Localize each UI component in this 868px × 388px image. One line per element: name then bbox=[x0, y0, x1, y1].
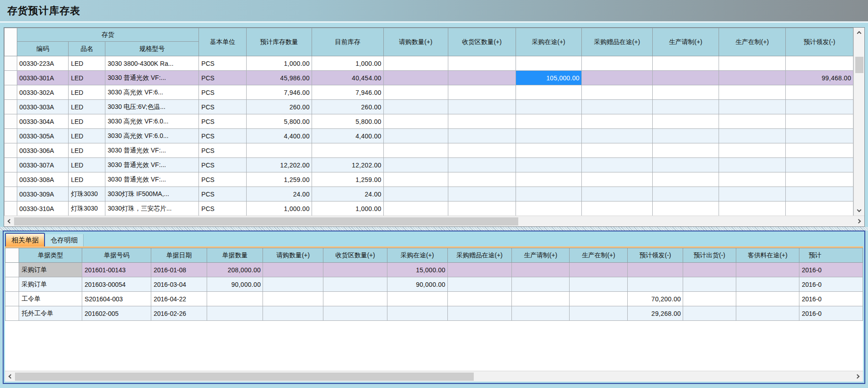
row-indicator[interactable] bbox=[5, 187, 17, 201]
grid-cell[interactable] bbox=[653, 56, 719, 71]
row-indicator[interactable] bbox=[5, 71, 17, 85]
row-indicator[interactable] bbox=[5, 129, 17, 143]
grid-cell[interactable] bbox=[785, 201, 853, 216]
grid-cell[interactable] bbox=[516, 56, 581, 71]
grid-cell[interactable] bbox=[511, 292, 570, 306]
grid-cell[interactable] bbox=[581, 100, 652, 114]
grid-cell[interactable]: LED bbox=[69, 129, 105, 143]
grid-cell[interactable] bbox=[447, 292, 511, 306]
grid-cell[interactable]: 1,000.00 bbox=[246, 56, 312, 71]
grid-cell[interactable]: 15,000.00 bbox=[387, 263, 447, 277]
grid-cell[interactable]: LED bbox=[69, 71, 105, 85]
scroll-down-button[interactable] bbox=[854, 206, 864, 216]
row-indicator[interactable] bbox=[5, 100, 17, 114]
grid-cell[interactable]: 00330-306A bbox=[17, 143, 69, 158]
grid-cell[interactable] bbox=[581, 85, 652, 100]
grid-cell[interactable]: 3030 3800-4300K Ra... bbox=[105, 56, 199, 71]
grid-cell[interactable]: 4,400.00 bbox=[312, 129, 383, 143]
grid-cell[interactable]: 2016-01-08 bbox=[151, 263, 207, 277]
grid-cell[interactable] bbox=[581, 129, 652, 143]
grid-cell[interactable]: 3030灯珠，三安芯片... bbox=[105, 201, 199, 216]
grid-cell[interactable] bbox=[581, 71, 652, 85]
grid-cell[interactable] bbox=[570, 292, 628, 306]
grid-cell[interactable]: 90,000.00 bbox=[207, 277, 263, 292]
grid-cell[interactable]: 2016-04-22 bbox=[151, 292, 207, 306]
grid-cell[interactable] bbox=[246, 143, 312, 158]
row-indicator[interactable] bbox=[5, 277, 19, 292]
grid-cell[interactable] bbox=[785, 114, 853, 129]
grid-cell[interactable]: S201604-003 bbox=[82, 292, 151, 306]
grid-cell[interactable]: 灯珠3030 bbox=[69, 201, 105, 216]
grid-cell[interactable] bbox=[312, 143, 383, 158]
grid-cell[interactable] bbox=[383, 71, 448, 85]
grid-cell[interactable] bbox=[207, 306, 263, 321]
grid-cell[interactable]: 1,259.00 bbox=[312, 172, 383, 187]
grid-cell[interactable] bbox=[581, 56, 652, 71]
grid-cell[interactable] bbox=[736, 263, 799, 277]
row-indicator[interactable] bbox=[5, 263, 19, 277]
vertical-scrollbar[interactable] bbox=[853, 28, 864, 216]
grid-cell[interactable] bbox=[719, 56, 786, 71]
grid-cell[interactable] bbox=[383, 201, 448, 216]
grid-cell[interactable]: 2016-0 bbox=[799, 277, 863, 292]
grid-cell[interactable]: 90,000.00 bbox=[387, 277, 447, 292]
grid-cell[interactable] bbox=[653, 100, 719, 114]
grid-cell[interactable]: 00330-310A bbox=[17, 201, 69, 216]
docs-horizontal-scroll-thumb[interactable] bbox=[15, 373, 474, 381]
grid-cell[interactable]: LED bbox=[69, 100, 105, 114]
inventory-row[interactable]: 00330-305ALED3030 高光效 VF:6.0...PCS4,400.… bbox=[5, 129, 853, 143]
grid-cell[interactable] bbox=[383, 129, 448, 143]
grid-cell[interactable] bbox=[785, 100, 853, 114]
grid-cell[interactable]: 3030 高光效 VF:6... bbox=[105, 85, 199, 100]
row-indicator[interactable] bbox=[5, 114, 17, 129]
grid-cell[interactable] bbox=[653, 85, 719, 100]
grid-cell[interactable] bbox=[570, 277, 628, 292]
grid-cell[interactable] bbox=[511, 277, 570, 292]
grid-cell[interactable]: 3030 普通光效 VF:... bbox=[105, 71, 199, 85]
inventory-row[interactable]: 00330-303ALED3030 电压:6V;色温...PCS260.0026… bbox=[5, 100, 853, 114]
grid-cell[interactable] bbox=[448, 143, 516, 158]
grid-cell[interactable] bbox=[448, 172, 516, 187]
doc-row[interactable]: 采购订单201603-000542016-03-0490,000.0090,00… bbox=[5, 277, 863, 292]
grid-cell[interactable] bbox=[383, 143, 448, 158]
grid-cell[interactable]: 工令单 bbox=[19, 292, 82, 306]
grid-cell[interactable] bbox=[448, 85, 516, 100]
inventory-row[interactable]: 00330-304ALED3030 高光效 VF:6.0...PCS5,800.… bbox=[5, 114, 853, 129]
grid-cell[interactable] bbox=[785, 129, 853, 143]
grid-cell[interactable]: 45,986.00 bbox=[246, 71, 312, 85]
grid-cell[interactable] bbox=[516, 187, 581, 201]
grid-cell[interactable] bbox=[383, 172, 448, 187]
grid-cell[interactable] bbox=[447, 263, 511, 277]
grid-cell[interactable] bbox=[448, 71, 516, 85]
grid-cell[interactable]: 201602-005 bbox=[82, 306, 151, 321]
row-indicator[interactable] bbox=[5, 158, 17, 172]
inventory-row[interactable]: 00330-310A灯珠30303030灯珠，三安芯片...PCS1,000.0… bbox=[5, 201, 853, 216]
grid-cell[interactable] bbox=[516, 158, 581, 172]
grid-cell[interactable] bbox=[719, 158, 786, 172]
grid-cell[interactable] bbox=[207, 292, 263, 306]
grid-cell[interactable]: 00330-309A bbox=[17, 187, 69, 201]
grid-cell[interactable]: 3030灯珠 IF500MA,... bbox=[105, 187, 199, 201]
grid-cell[interactable]: PCS bbox=[199, 85, 246, 100]
grid-cell[interactable]: LED bbox=[69, 114, 105, 129]
grid-cell[interactable] bbox=[570, 306, 628, 321]
grid-cell[interactable]: 7,946.00 bbox=[312, 85, 383, 100]
horizontal-scrollbar[interactable] bbox=[4, 216, 864, 226]
tab-warehouse-detail[interactable]: 仓存明细 bbox=[45, 234, 84, 246]
grid-cell[interactable] bbox=[581, 114, 652, 129]
grid-cell[interactable]: 1,000.00 bbox=[312, 201, 383, 216]
grid-cell[interactable] bbox=[719, 100, 786, 114]
grid-cell[interactable] bbox=[448, 129, 516, 143]
grid-cell[interactable] bbox=[785, 172, 853, 187]
grid-cell[interactable] bbox=[516, 129, 581, 143]
doc-row[interactable]: 工令单S201604-0032016-04-2270,200.002016-0 bbox=[5, 292, 863, 306]
row-indicator[interactable] bbox=[5, 85, 17, 100]
grid-cell[interactable]: 00330-307A bbox=[17, 158, 69, 172]
grid-cell[interactable]: 5,800.00 bbox=[246, 114, 312, 129]
grid-cell[interactable] bbox=[581, 143, 652, 158]
grid-cell[interactable] bbox=[383, 187, 448, 201]
grid-cell[interactable]: 3030 高光效 VF:6.0... bbox=[105, 114, 199, 129]
grid-cell[interactable]: 00330-308A bbox=[17, 172, 69, 187]
grid-cell[interactable] bbox=[448, 201, 516, 216]
row-indicator[interactable] bbox=[5, 292, 19, 306]
